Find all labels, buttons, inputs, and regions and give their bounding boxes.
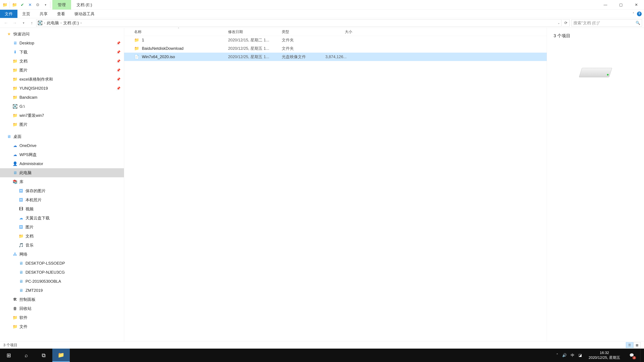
nav-history-dropdown[interactable]: ▾	[20, 19, 28, 27]
chevron-right-icon[interactable]: ›	[60, 21, 62, 25]
tree-documents[interactable]: 📁文档📌	[0, 57, 124, 66]
tree-gdrive[interactable]: 💽G:\	[0, 102, 124, 111]
qat-gear-icon[interactable]: ⚙	[34, 1, 42, 8]
minimize-button[interactable]: —	[598, 0, 613, 10]
maximize-button[interactable]: ▢	[613, 0, 628, 10]
tree-win7[interactable]: 📁win7重装win7	[0, 111, 124, 120]
ribbon-tab-share[interactable]: 共享	[35, 10, 52, 18]
pin-icon: 📌	[116, 86, 120, 90]
tree-lib-documents[interactable]: 📁文档	[0, 232, 124, 241]
cloud-icon: ☁	[13, 143, 18, 148]
clock[interactable]: 16:32 2020/12/25, 星期五	[586, 351, 623, 360]
music-icon: 🎵	[19, 243, 24, 248]
tray-overflow-icon[interactable]: ˄	[556, 353, 558, 358]
qat-folder-icon[interactable]: 📁	[11, 1, 18, 8]
tree-label: excel表格制作求和	[20, 77, 53, 82]
tree-files[interactable]: 📁文件	[0, 322, 124, 331]
status-text: 3 个项目	[3, 343, 18, 348]
column-size[interactable]: 大小	[325, 29, 356, 34]
nav-forward-button[interactable]: →	[11, 19, 19, 27]
tray-app-icon[interactable]: ◪	[578, 353, 582, 358]
tree-label: PC-20190530OBLA	[26, 279, 61, 284]
tree-label: 本机照片	[26, 197, 42, 203]
recycle-icon: 🗑	[13, 306, 18, 311]
tree-tianyi[interactable]: ☁天翼云盘下载	[0, 214, 124, 223]
tree-pictures2[interactable]: 📁图片	[0, 120, 124, 129]
task-view-button[interactable]: ⧉	[35, 349, 52, 362]
tree-onedrive[interactable]: ☁OneDrive	[0, 141, 124, 150]
tree-bandicam[interactable]: 📁Bandicam	[0, 93, 124, 102]
tree-lib-music[interactable]: 🎵音乐	[0, 241, 124, 250]
ribbon-tab-file[interactable]: 文件	[0, 10, 18, 18]
tree-wps[interactable]: ☁WPS网盘	[0, 150, 124, 159]
tree-control-panel[interactable]: 🛠控制面板	[0, 295, 124, 304]
user-icon: 👤	[13, 161, 18, 166]
view-mode-toggles: ☰ ▦	[626, 342, 641, 348]
qat-check-icon[interactable]: ✔	[18, 1, 26, 8]
column-name[interactable]: 名称	[134, 29, 228, 34]
ribbon-tab-home[interactable]: 主页	[18, 10, 35, 18]
tree-this-pc[interactable]: 🖥此电脑	[0, 168, 124, 177]
search-button[interactable]: ⌕	[18, 349, 35, 362]
tree-recycle-bin[interactable]: 🗑回收站	[0, 304, 124, 313]
tree-local-pictures[interactable]: 🖼本机照片	[0, 195, 124, 204]
chevron-right-icon[interactable]: ›	[43, 21, 46, 25]
ribbon-tab-view[interactable]: 查看	[52, 10, 70, 18]
close-button[interactable]: ✕	[628, 0, 644, 10]
start-button[interactable]: ⊞	[0, 349, 18, 362]
details-view-button[interactable]: ☰	[626, 342, 633, 348]
ribbon-tab-drive-tools[interactable]: 驱动器工具	[70, 10, 99, 18]
volume-icon[interactable]: 🔊	[562, 353, 567, 358]
show-desktop-button[interactable]	[640, 349, 642, 362]
tree-libraries[interactable]: 📚库	[0, 177, 124, 186]
tree-desktop[interactable]: 🖥Desktop📌	[0, 38, 124, 48]
app-icon[interactable]: 📁	[1, 1, 9, 8]
tree-label: OneDrive	[20, 143, 36, 148]
tree-videos[interactable]: 🎞视频	[0, 204, 124, 214]
address-dropdown-icon[interactable]: ⌄	[558, 21, 560, 25]
file-row[interactable]: 📄Win7x64_2020.iso2020/12/25, 星期五 1...光盘映…	[124, 53, 547, 61]
tree-desktop-root[interactable]: 🖥桌面	[0, 132, 124, 141]
qat-close-icon[interactable]: ✕	[26, 1, 34, 8]
tree-software[interactable]: 📁软件	[0, 313, 124, 322]
qat-dropdown-icon[interactable]: ▾	[42, 1, 49, 8]
column-date[interactable]: 修改日期	[228, 29, 282, 34]
search-box[interactable]: 搜索"文档 (E:)" 🔍	[572, 19, 642, 27]
preview-pane: 3 个项目	[547, 28, 644, 341]
tree-network-pc3[interactable]: 🖥PC-20190530OBLA	[0, 277, 124, 286]
icons-view-button[interactable]: ▦	[633, 342, 641, 348]
file-date: 2020/12/25, 星期五 1...	[228, 54, 282, 59]
tree-saved-pictures[interactable]: 🖼保存的图片	[0, 186, 124, 195]
action-center-icon[interactable]: 💬3	[627, 351, 636, 360]
tree-network[interactable]: 🖧网络	[0, 250, 124, 259]
nav-up-button[interactable]: ↑	[28, 19, 36, 27]
nav-back-button[interactable]: ←	[2, 19, 10, 27]
tree-excel[interactable]: 📁excel表格制作求和📌	[0, 75, 124, 84]
tree-lib-pictures[interactable]: 🖼图片	[0, 223, 124, 232]
tree-yunqishi[interactable]: 📁YUNQISHI2019📌	[0, 84, 124, 93]
file-explorer-taskbar-icon[interactable]: 📁	[52, 349, 70, 362]
tree-network-pc1[interactable]: 🖥DESKTOP-LSSOEDP	[0, 259, 124, 268]
chevron-right-icon[interactable]: ›	[80, 21, 82, 25]
file-row[interactable]: 📁12020/12/15, 星期二 1...文件夹	[124, 36, 547, 44]
address-bar[interactable]: 💽 › 此电脑 › 文档 (E:) › ⌄	[36, 19, 562, 27]
file-size: 3,874,126...	[325, 54, 350, 59]
help-icon[interactable]: ?	[637, 11, 642, 16]
tree-downloads[interactable]: ⬇下载📌	[0, 48, 124, 57]
breadcrumb-location[interactable]: 文档 (E:)	[63, 20, 79, 26]
ribbon-collapse-icon[interactable]: ˄	[632, 12, 634, 16]
image-icon: 🖼	[19, 189, 24, 193]
search-icon[interactable]: 🔍	[636, 21, 640, 25]
contextual-tab-manage[interactable]: 管理	[52, 0, 71, 9]
column-type[interactable]: 类型	[282, 29, 325, 34]
tree-pictures[interactable]: 📁图片📌	[0, 66, 124, 75]
tree-quick-access[interactable]: ★快速访问	[0, 29, 124, 38]
file-row[interactable]: 📁BaiduNetdiskDownload2020/12/25, 星期五 1..…	[124, 44, 547, 53]
tree-network-pc4[interactable]: 🖥ZMT2019	[0, 286, 124, 295]
tree-admin[interactable]: 👤Administrator	[0, 159, 124, 168]
breadcrumb-this-pc[interactable]: 此电脑	[47, 20, 59, 26]
desktop-icon: 🖥	[13, 41, 18, 45]
refresh-button[interactable]: ⟳	[562, 19, 570, 27]
ime-indicator[interactable]: 中	[571, 353, 574, 358]
tree-network-pc2[interactable]: 🖥DESKTOP-NJEU3CG	[0, 268, 124, 277]
